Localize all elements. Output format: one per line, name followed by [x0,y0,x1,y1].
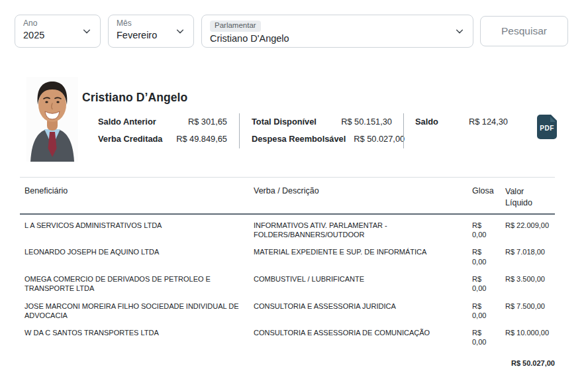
cell-glosa: R$ 0,00 [472,268,505,296]
profile-info: Cristiano D’Angelo Saldo Anterior R$ 301… [82,77,557,162]
saldo-label: Saldo [415,117,438,127]
total-disponivel-value: R$ 50.151,30 [341,117,392,127]
summary-row-saldo: Saldo R$ 124,30 [415,113,508,131]
cell-verba: COMBUSTIVEL / LUBRIFICANTE [254,268,472,296]
financial-summary: Saldo Anterior R$ 301,65 Verba Creditada… [98,113,557,148]
summary-row-total-disponivel: Total Disponível R$ 50.151,30 [252,113,392,131]
cell-verba: MATERIAL EXPEDIENTE E SUP. DE INFORMÁTIC… [254,241,472,268]
header-beneficiario: Beneficiário [20,178,254,214]
cell-beneficiario: LEONARDO JOSEPH DE AQUINO LTDA [20,241,254,268]
cell-glosa: R$ 0,00 [472,241,505,268]
summary-row-verba-creditada: Verba Creditada R$ 49.849,65 [98,131,227,148]
chevron-down-icon [82,27,91,36]
header-verba-descricao: Verba / Descrição [254,178,472,214]
year-select-label: Ano [23,19,80,28]
table-row: LEONARDO JOSEPH DE AQUINO LTDA MATERIAL … [20,241,555,268]
profile-section: Cristiano D’Angelo Saldo Anterior R$ 301… [26,77,588,162]
month-select[interactable]: Mês Fevereiro [108,15,194,48]
cell-beneficiario: L A SERVICOS ADMINISTRATIVOS LTDA [20,214,254,242]
year-select[interactable]: Ano 2025 [15,15,101,48]
cell-verba: CONSULTORIA E ASSESSORIA JURIDICA [254,296,472,323]
total-valor-liquido: R$ 50.027,00 [20,349,555,372]
cell-valor: R$ 22.009,00 [505,214,555,242]
cell-beneficiario: JOSE MARCONI MOREIRA FILHO SOCIEDADE IND… [20,296,254,323]
month-select-value: Fevereiro [117,30,173,40]
summary-divider [403,113,404,148]
table-total-row: R$ 50.027,00 [20,349,555,372]
chevron-down-icon [175,27,185,36]
expenses-table: Beneficiário Verba / Descrição Glosa Val… [20,177,555,372]
table-row: JOSE MARCONI MOREIRA FILHO SOCIEDADE IND… [20,296,555,323]
table-header-row: Beneficiário Verba / Descrição Glosa Val… [20,178,555,214]
cell-glosa: R$ 0,00 [472,296,505,323]
filter-bar: Ano 2025 Mês Fevereiro Parlamentar Crist… [0,0,588,48]
table-row: W DA C SANTOS TRANSPORTES LTDA CONSULTOR… [20,322,555,349]
cell-verba: INFORMATIVOS ATIV. PARLAMENTAR - FOLDERS… [254,214,472,242]
pdf-file-icon: PDF [537,115,557,139]
despesa-reembolsavel-label: Despesa Reembolsável [252,134,346,144]
cell-valor: R$ 10.000,00 [505,322,555,349]
cell-valor: R$ 3.500,00 [505,268,555,296]
year-select-value: 2025 [23,30,80,40]
cell-valor: R$ 7.018,00 [505,241,555,268]
table-row: OMEGA COMERCIO DE DERIVADOS DE PETROLEO … [20,268,555,296]
header-valor-liquido: Valor Líquido [505,178,555,214]
saldo-anterior-label: Saldo Anterior [98,117,156,127]
cell-beneficiario: OMEGA COMERCIO DE DERIVADOS DE PETROLEO … [20,268,254,296]
table-row: L A SERVICOS ADMINISTRATIVOS LTDA INFORM… [20,214,555,242]
despesa-reembolsavel-value: R$ 50.027,00 [354,134,405,144]
parliamentarian-photo [26,77,78,162]
saldo-value: R$ 124,30 [469,117,508,127]
verba-creditada-value: R$ 49.849,65 [176,134,227,144]
verba-creditada-label: Verba Creditada [98,134,162,144]
parliamentarian-name: Cristiano D’Angelo [82,91,557,105]
parliamentarian-select-label: Parlamentar [210,21,261,32]
pdf-download-button[interactable]: PDF [537,115,557,139]
pdf-icon-label: PDF [540,125,554,132]
cell-verba: CONSULTORIA E ASSESSORIA DE COMUNICAÇÃO [254,322,472,349]
cell-beneficiario: W DA C SANTOS TRANSPORTES LTDA [20,322,254,349]
summary-row-saldo-anterior: Saldo Anterior R$ 301,65 [98,113,227,131]
header-glosa: Glosa [472,178,505,214]
parliamentarian-select-value: Cristiano D'Angelo [210,33,453,44]
total-disponivel-label: Total Disponível [252,117,317,127]
summary-row-despesa-reembolsavel: Despesa Reembolsável R$ 50.027,00 [252,131,392,148]
summary-divider [239,113,240,148]
cell-glosa: R$ 0,00 [472,214,505,242]
cell-valor: R$ 7.500,00 [505,296,555,323]
chevron-down-icon [455,27,464,36]
month-select-label: Mês [117,19,173,28]
search-button[interactable]: Pesquisar [480,16,568,46]
saldo-anterior-value: R$ 301,65 [188,117,227,127]
parliamentarian-select[interactable]: Parlamentar Cristiano D'Angelo [201,15,473,48]
cell-glosa: R$ 0,00 [472,322,505,349]
